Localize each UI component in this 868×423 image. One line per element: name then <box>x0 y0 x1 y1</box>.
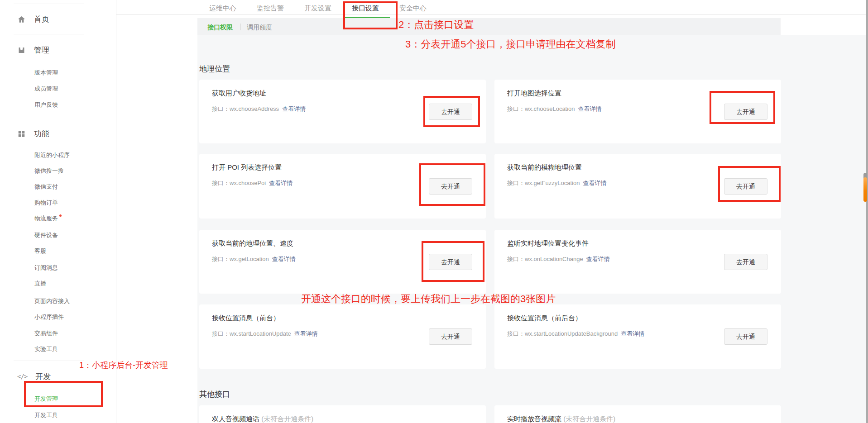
api-card-title: 获取用户收货地址 <box>212 89 266 97</box>
sidebar-item-trade-component[interactable]: 交易组件 <box>34 329 58 338</box>
api-card-choose-address: 获取用户收货地址 接口：wx.chooseAddress查看详情 去开通 <box>199 80 486 143</box>
api-name: wx.chooseLocation <box>525 105 575 112</box>
api-card-choose-location: 打开地图选择位置 接口：wx.chooseLocation查看详情 去开通 <box>494 80 781 143</box>
sidebar-item-dev[interactable]: </>开发 <box>17 368 51 385</box>
open-api-button[interactable]: 去开通 <box>724 178 767 195</box>
sidebar-item-label: 开发 <box>35 372 51 381</box>
api-name: wx.choosePoi <box>230 180 266 186</box>
sidebar-divider <box>14 117 84 117</box>
sidebar-item-nearby-miniprogram[interactable]: 附近的小程序 <box>34 151 70 160</box>
open-api-button[interactable]: 去开通 <box>724 104 767 120</box>
tab-api-settings[interactable]: 接口设置 <box>352 4 379 13</box>
tab-ops-center[interactable]: 运维中心 <box>209 4 236 13</box>
api-name: wx.chooseAddress <box>230 105 279 112</box>
sidebar-item-logistics-service[interactable]: 物流服务 <box>34 214 62 223</box>
api-card-title: 打开地图选择位置 <box>507 89 561 97</box>
subtab-bar: 接口权限 调用额度 <box>197 18 781 35</box>
sidebar-item-dev-tools[interactable]: 开发工具 <box>34 411 58 420</box>
grid-icon <box>17 129 26 138</box>
code-icon: </> <box>17 373 27 380</box>
sidebar-item-hardware-device[interactable]: 硬件设备 <box>34 231 58 240</box>
home-icon <box>17 14 26 23</box>
annotation-step2: 2：点击接口设置 <box>398 19 474 31</box>
subtab-call-quota[interactable]: 调用额度 <box>247 23 272 31</box>
detail-link[interactable]: 查看详情 <box>282 105 306 112</box>
api-card-title: 获取当前的模糊地理位置 <box>507 163 582 171</box>
api-card-title: 接收位置消息（前台） <box>212 314 280 322</box>
sidebar-item-member-management[interactable]: 成员管理 <box>34 84 58 93</box>
detail-link[interactable]: 查看详情 <box>621 330 644 337</box>
open-api-button[interactable]: 去开通 <box>429 178 472 195</box>
sidebar-item-subscribe-message[interactable]: 订阅消息 <box>34 263 58 272</box>
api-card-get-fuzzy-location: 获取当前的模糊地理位置 接口：wx.getFuzzyLocation查看详情 去… <box>494 154 781 219</box>
api-label: 接口： <box>212 330 230 337</box>
api-card-title: 双人音视频通话 (未符合开通条件) <box>212 415 313 423</box>
sidebar-item-version-management[interactable]: 版本管理 <box>34 68 58 77</box>
sidebar-item-user-feedback[interactable]: 用户反馈 <box>34 100 58 109</box>
detail-link[interactable]: 查看详情 <box>583 180 606 186</box>
api-line: 接口：wx.getFuzzyLocation查看详情 <box>507 179 606 187</box>
sidebar: 首页 管理 版本管理 成员管理 用户反馈 功能 附近的小程序 微信搜一搜 微信支… <box>0 0 116 423</box>
api-card-start-location-update-background: 接收位置消息（前后台） 接口：wx.startLocationUpdateBac… <box>494 304 781 369</box>
inbox-icon <box>17 45 26 54</box>
open-api-button[interactable]: 去开通 <box>429 254 472 270</box>
annotation-step1: 1：小程序后台-开发管理 <box>79 360 168 370</box>
subtab-api-permission[interactable]: 接口权限 <box>207 23 233 31</box>
api-label: 接口： <box>212 105 230 112</box>
sidebar-item-page-content[interactable]: 页面内容接入 <box>34 297 70 306</box>
tab-security-center[interactable]: 安全中心 <box>399 4 427 13</box>
api-name: wx.onLocationChange <box>525 256 583 262</box>
sidebar-item-shopping-orders[interactable]: 购物订单 <box>34 198 58 207</box>
open-api-button[interactable]: 去开通 <box>724 254 767 270</box>
sidebar-item-label: 功能 <box>34 129 49 138</box>
sidebar-divider <box>14 361 84 361</box>
api-card-title: 监听实时地理位置变化事件 <box>507 239 589 247</box>
api-label: 接口： <box>507 105 525 112</box>
sidebar-item-miniprogram-plugin[interactable]: 小程序插件 <box>34 313 64 322</box>
api-card-title: 打开 POI 列表选择位置 <box>212 163 282 171</box>
api-name: wx.getLocation <box>230 256 269 262</box>
sidebar-item-customer-service[interactable]: 客服 <box>34 247 46 256</box>
api-card-start-location-update: 接收位置消息（前台） 接口：wx.startLocationUpdate查看详情… <box>199 304 486 369</box>
api-card-title: 实时播放音视频流 (未符合开通条件) <box>507 415 615 423</box>
sidebar-item-label: 首页 <box>34 15 49 24</box>
scrollbar-thumb[interactable] <box>863 177 867 202</box>
detail-link[interactable]: 查看详情 <box>294 330 318 337</box>
tab-monitor-alert[interactable]: 监控告警 <box>257 4 284 13</box>
api-line: 接口：wx.getLocation查看详情 <box>212 255 296 263</box>
detail-link[interactable]: 查看详情 <box>586 256 610 262</box>
api-line: 接口：wx.chooseLocation查看详情 <box>507 105 602 113</box>
sidebar-item-label: 管理 <box>34 46 49 54</box>
tab-dev-settings[interactable]: 开发设置 <box>304 4 331 13</box>
sidebar-divider <box>14 34 84 34</box>
api-line: 接口：wx.chooseAddress查看详情 <box>212 105 306 113</box>
detail-link[interactable]: 查看详情 <box>269 180 293 186</box>
detail-link[interactable]: 查看详情 <box>578 105 602 112</box>
sidebar-item-experiment-tools[interactable]: 实验工具 <box>34 345 58 354</box>
api-card-choose-poi: 打开 POI 列表选择位置 接口：wx.choosePoi查看详情 去开通 <box>199 154 486 219</box>
sidebar-item-feature[interactable]: 功能 <box>17 125 49 142</box>
api-card-note: (未符合开通条件) <box>261 415 313 423</box>
api-name: wx.startLocationUpdateBackground <box>525 330 618 337</box>
api-card-note: (未符合开通条件) <box>563 415 615 423</box>
api-line: 接口：wx.choosePoi查看详情 <box>212 179 293 187</box>
sidebar-item-wechat-search[interactable]: 微信搜一搜 <box>34 166 64 176</box>
subtab-separator <box>240 24 241 30</box>
open-api-button[interactable]: 去开通 <box>724 328 767 345</box>
api-label: 接口： <box>212 180 230 186</box>
section-title-other-apis: 其他接口 <box>199 390 230 399</box>
sidebar-item-wechat-pay[interactable]: 微信支付 <box>34 182 58 191</box>
sidebar-item-dev-management[interactable]: 开发管理 <box>34 394 58 404</box>
sidebar-item-manage[interactable]: 管理 <box>17 42 49 58</box>
api-name: wx.startLocationUpdate <box>230 330 291 337</box>
scrollbar-track[interactable] <box>866 0 868 423</box>
sidebar-item-live[interactable]: 直播 <box>34 279 46 288</box>
sidebar-divider <box>14 4 84 4</box>
sidebar-item-home[interactable]: 首页 <box>17 11 49 27</box>
open-api-button[interactable]: 去开通 <box>429 104 472 120</box>
open-api-button[interactable]: 去开通 <box>429 328 472 345</box>
section-title-geolocation: 地理位置 <box>199 64 230 74</box>
detail-link[interactable]: 查看详情 <box>272 256 296 262</box>
api-card-live-player: 实时播放音视频流 (未符合开通条件) <box>494 405 781 423</box>
api-label: 接口： <box>212 256 230 262</box>
